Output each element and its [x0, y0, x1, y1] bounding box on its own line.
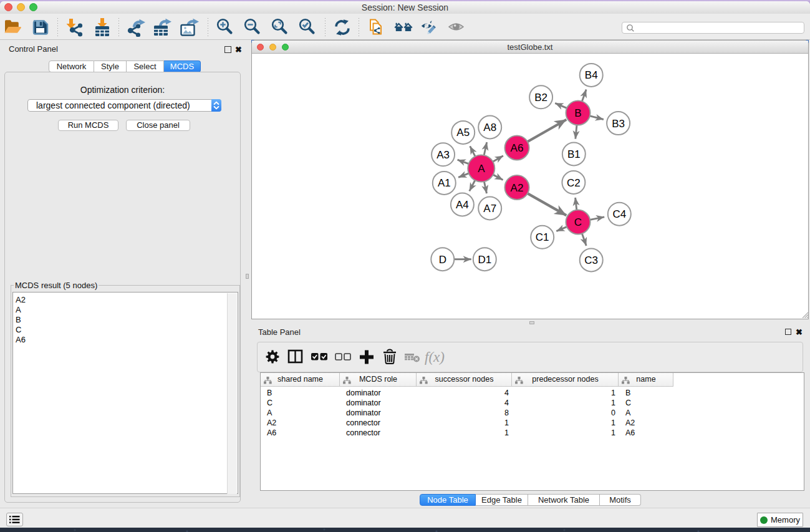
svg-text:B2: B2 [534, 92, 547, 104]
svg-text:C1: C1 [536, 231, 549, 243]
svg-text:B: B [574, 107, 581, 119]
svg-text:C: C [574, 216, 582, 228]
svg-text:A8: A8 [483, 122, 496, 133]
svg-text:A6: A6 [511, 142, 524, 154]
svg-text:A2: A2 [511, 182, 524, 194]
svg-text:A: A [478, 163, 485, 175]
svg-text:A3: A3 [436, 149, 450, 161]
svg-text:A5: A5 [456, 127, 470, 138]
svg-text:C4: C4 [612, 208, 626, 220]
svg-text:C3: C3 [584, 254, 598, 266]
svg-text:A1: A1 [438, 177, 451, 189]
svg-text:f(x): f(x) [425, 349, 445, 365]
svg-text:B4: B4 [585, 69, 598, 81]
svg-text:D1: D1 [478, 254, 491, 266]
svg-text:B3: B3 [612, 118, 625, 130]
svg-text:A4: A4 [456, 199, 469, 211]
svg-text:A7: A7 [483, 203, 496, 215]
svg-text:C2: C2 [567, 177, 581, 189]
svg-text:D: D [439, 254, 446, 266]
svg-text:B1: B1 [567, 148, 581, 160]
